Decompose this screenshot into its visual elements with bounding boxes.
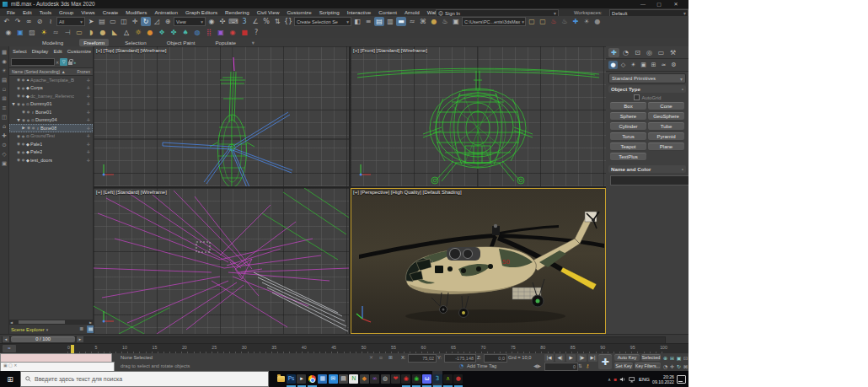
orbit-icon[interactable]: ↻	[676, 363, 682, 370]
ribbon-tab-object-paint[interactable]: Object Paint	[163, 39, 200, 46]
add-time-tag[interactable]: Add Time Tag	[467, 363, 496, 368]
tray-clock[interactable]: 20:26 09.10.2022	[652, 374, 674, 384]
menu-item-views[interactable]: Views	[81, 9, 94, 15]
render-iterative-icon[interactable]: ♨	[560, 17, 570, 26]
clamp-icon[interactable]: ⊣	[62, 28, 72, 37]
object-type-rollout[interactable]: Object Type ▪	[608, 85, 686, 93]
chevron-down-icon[interactable]: ▾	[46, 327, 49, 332]
frame-icon[interactable]: ▣	[1, 160, 8, 167]
sun-icon[interactable]: ☼	[133, 28, 143, 37]
maximize-button[interactable]: ▢	[652, 0, 666, 8]
visual-studio-icon[interactable]: ∞	[370, 371, 380, 387]
overflow-chevrons-icon[interactable]: »	[73, 60, 76, 65]
tree-teal-icon[interactable]: ♠	[180, 28, 190, 37]
menu-item-modifiers[interactable]: Modifiers	[126, 9, 147, 15]
primitive-button-cone[interactable]: Cone	[648, 102, 684, 110]
primitive-button-teapot[interactable]: Teapot	[610, 142, 646, 151]
primitive-button-torus[interactable]: Torus	[610, 132, 646, 141]
spray-icon[interactable]: ≈	[51, 28, 61, 37]
undo-icon[interactable]: ↶	[2, 17, 12, 26]
layers-icon[interactable]: ≡	[1, 105, 8, 111]
asset-folder-icon[interactable]: ▢	[527, 17, 537, 26]
primitive-button-cylinder[interactable]: Cylinder	[610, 122, 646, 131]
shape-icon[interactable]: ◇	[1, 151, 8, 158]
ref-coord-dropdown[interactable]: View▾	[174, 17, 206, 26]
helpers-cat-icon[interactable]: ⊞	[649, 61, 658, 69]
use-pivot-center-icon[interactable]: ◉	[206, 17, 217, 26]
menu-item-file[interactable]: File	[7, 9, 15, 15]
mini-curve-editor-button[interactable]: ≈	[3, 345, 16, 352]
menu-item-content[interactable]: Content	[378, 9, 397, 15]
menu-item-rendering[interactable]: Rendering	[225, 9, 249, 15]
tree-item-pale2[interactable]: ◉●◆Pale2✛	[9, 148, 93, 157]
render-setup-icon[interactable]: ♨	[440, 17, 450, 26]
start-button[interactable]: ⊞	[0, 375, 20, 384]
grid-icon[interactable]: ⊞	[1, 95, 8, 102]
zoom-all-icon[interactable]: ⊞	[669, 354, 675, 362]
keyboard-override-icon[interactable]: ⌨	[228, 17, 238, 26]
primitive-button-box[interactable]: Box	[610, 102, 646, 110]
percent-snap-icon[interactable]: %	[261, 17, 271, 26]
delete-icon[interactable]: ≣	[78, 325, 85, 333]
select-manipulate-icon[interactable]: ✣	[217, 17, 228, 26]
frozen-toggle-icon[interactable]: ✛	[87, 110, 90, 115]
lights-cat-icon[interactable]: ☀	[629, 61, 638, 69]
bind-spacewarp-icon[interactable]: ≀	[46, 17, 56, 26]
box-red-icon[interactable]: ■	[239, 28, 249, 37]
autogrid-checkbox[interactable]	[634, 94, 640, 100]
tree-item-dc_barney_reference[interactable]: ◉●◆dc_barney_Reference✛	[9, 92, 93, 100]
zoom-region-icon[interactable]: ⊡	[683, 354, 689, 362]
flower-teal-icon[interactable]: ✤	[169, 28, 179, 37]
sphere-gray-icon[interactable]: ●	[592, 17, 603, 26]
tree-item-corps[interactable]: ◉●◆Corps✛	[9, 84, 93, 93]
photo-purple-icon[interactable]: ▣	[216, 28, 226, 37]
paint-icon[interactable]: ◆	[359, 371, 369, 387]
nvidia-icon[interactable]: ∧	[442, 371, 453, 387]
prev-key-icon[interactable]: ◀▶	[533, 363, 541, 368]
frozen-toggle-icon[interactable]: ✛	[87, 126, 90, 131]
set-key-button[interactable]: Set Key	[614, 363, 633, 369]
sphere-orange-icon[interactable]: ●	[145, 28, 155, 37]
next-frame-icon[interactable]: |▶	[577, 354, 587, 362]
cone-tan-icon[interactable]: ◣	[110, 28, 120, 37]
taskbar-search[interactable]: Введите здесь текст для поиска	[20, 371, 269, 387]
selected-dropdown[interactable]: Selected	[641, 354, 661, 361]
chat-icon[interactable]: ▤	[338, 371, 348, 387]
menu-item-edit[interactable]: Edit	[23, 9, 32, 15]
help-sun-icon[interactable]: ☀	[581, 17, 592, 26]
x-coordinate-field[interactable]: 75,02	[408, 354, 437, 363]
clear-search-icon[interactable]: ✕	[56, 60, 59, 65]
motion-tab-icon[interactable]: ◎	[644, 48, 655, 57]
explorer-menu-customize[interactable]: Customize	[67, 49, 91, 54]
spacewarps-cat-icon[interactable]: ≈	[659, 61, 668, 69]
microphone-icon[interactable]: ◍	[380, 371, 390, 387]
menu-item-group[interactable]: Group	[59, 9, 73, 15]
primitive-button-geosphere[interactable]: GeoSphere	[648, 112, 684, 121]
auto-key-button[interactable]: Auto Key	[614, 354, 640, 361]
close-button[interactable]: ✕	[669, 0, 683, 8]
frame-spinner[interactable]: ⇅	[578, 363, 582, 368]
notepad-icon[interactable]: N	[349, 371, 359, 387]
unlink-icon[interactable]: ⊘	[35, 17, 45, 26]
align-icon[interactable]: ≡	[363, 17, 373, 26]
lamp-yellow-icon[interactable]: ☀	[39, 28, 49, 37]
key-mode-icon[interactable]: ⚷	[586, 363, 589, 368]
primitive-button-textplus[interactable]: TextPlus	[610, 153, 646, 161]
tree-item-test_doors[interactable]: ◉●◆test_doors✛	[9, 156, 93, 164]
list-view-icon[interactable]: ▤	[1, 77, 8, 83]
calculator-icon[interactable]: ▦	[318, 371, 328, 387]
select-place-icon[interactable]: ⊕	[163, 17, 173, 26]
explorer-column-header[interactable]: Name (Sorted Ascending) ▲ Frozen	[9, 67, 93, 76]
menu-item-animation[interactable]: Animation	[154, 9, 178, 15]
red-sphere-icon[interactable]: ●	[453, 371, 463, 387]
layer-explorer-toggle-icon[interactable]: ▥	[385, 17, 395, 26]
zoom-icon[interactable]: ⊕	[662, 354, 668, 362]
zoom-extents-icon[interactable]: ▣	[676, 354, 682, 362]
material-editor-icon[interactable]: ●	[429, 17, 439, 26]
key-filters-button[interactable]: Key Filters...	[635, 363, 661, 369]
eye-icon[interactable]: ◉	[3, 28, 13, 37]
redo-icon[interactable]: ↷	[13, 17, 23, 26]
menu-item-interactive[interactable]: Interactive	[347, 9, 372, 15]
spinner-snap-icon[interactable]: ⇅	[272, 17, 282, 26]
object-name-input[interactable]	[610, 175, 689, 185]
